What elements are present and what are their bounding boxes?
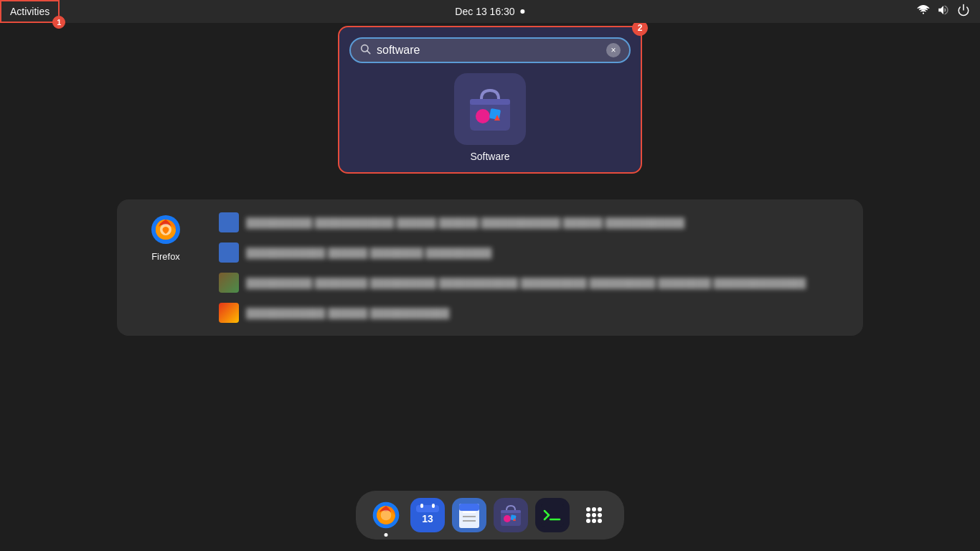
result-row[interactable]: ████████████ ██████ ████████████ [215,300,852,326]
svg-point-37 [598,513,602,517]
result-thumb-1 [219,212,239,232]
dock: 13 [356,491,624,540]
svg-rect-18 [432,504,435,508]
clock-dot [521,9,525,14]
svg-rect-7 [489,108,501,120]
dock-item-calendar[interactable]: 13 [410,498,445,532]
svg-point-35 [586,513,590,517]
result-thumb-4 [219,303,239,323]
svg-point-40 [598,519,602,523]
dock-item-dot-firefox [385,533,388,537]
svg-point-0 [923,12,924,14]
dock-item-terminal[interactable] [535,498,570,532]
wifi-icon[interactable] [917,4,930,19]
firefox-label: Firefox [151,251,180,262]
result-row[interactable]: ██████████ ████████████ ██████ ██████ ██… [215,209,852,235]
software-app-result[interactable]: Software [454,73,526,162]
svg-point-38 [586,519,590,523]
activities-button[interactable]: Activities 1 [0,0,60,23]
power-icon[interactable] [957,4,970,19]
clock-text: Dec 13 16:30 [455,6,514,17]
svg-point-33 [592,507,596,512]
result-text-2: ████████████ ██████ ████████ ██████████ [246,248,491,258]
topbar: Activities 1 Dec 13 16:30 [0,0,980,23]
result-thumb-2 [219,242,239,263]
result-text-1: ██████████ ████████████ ██████ ██████ ██… [246,217,684,228]
search-input[interactable] [377,44,600,57]
dock-item-firefox[interactable] [369,498,403,532]
firefox-icon [149,212,183,247]
svg-rect-5 [470,99,510,105]
svg-point-27 [504,515,511,522]
svg-rect-21 [459,504,479,511]
result-thumb-3 [219,273,239,293]
software-center-icon [464,83,516,135]
svg-point-6 [476,109,490,123]
system-tray [917,4,980,19]
result-row[interactable]: ██████████ ████████ ██████████ █████████… [215,270,852,296]
app-results: Software [349,73,631,162]
badge-1: 1 [52,16,65,29]
svg-rect-17 [420,504,423,508]
dock-item-notes[interactable] [452,498,486,532]
svg-point-34 [598,507,602,512]
result-text-4: ████████████ ██████ ████████████ [246,308,450,319]
search-container: 2 × [339,27,641,172]
svg-point-36 [592,513,596,517]
svg-point-32 [586,507,590,512]
software-icon-wrapper [454,73,526,145]
search-icon [359,43,371,57]
software-app-label: Software [470,151,509,162]
result-text-3: ██████████ ████████ ██████████ █████████… [246,278,806,288]
svg-text:13: 13 [422,513,433,524]
svg-line-3 [367,51,370,54]
volume-icon[interactable] [937,4,950,19]
svg-rect-30 [541,504,564,527]
results-list: ██████████ ████████████ ██████ ██████ ██… [215,209,852,326]
search-bar: × [349,37,631,63]
svg-point-14 [381,510,392,521]
svg-rect-26 [501,510,521,513]
clear-button[interactable]: × [606,43,621,57]
svg-rect-16 [416,505,439,512]
clock-area[interactable]: Dec 13 16:30 [455,6,524,17]
activities-label: Activities [10,6,50,17]
svg-rect-28 [510,514,516,520]
result-row[interactable]: ████████████ ██████ ████████ ██████████ [215,240,852,265]
dock-item-software-center[interactable] [494,498,528,532]
results-panel: Firefox ██████████ ████████████ ██████ █… [117,199,863,336]
svg-point-39 [592,519,596,523]
firefox-header: Firefox [128,209,215,326]
dock-item-app-grid[interactable] [577,498,611,532]
